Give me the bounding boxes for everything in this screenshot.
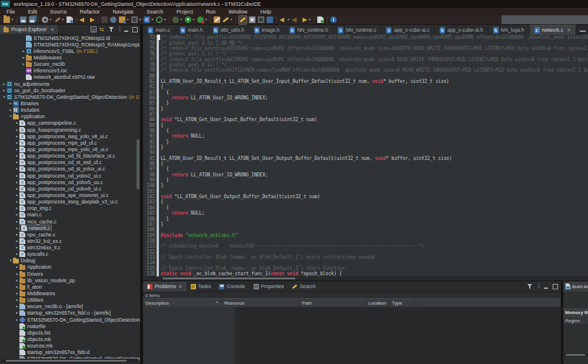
tree-item[interactable]: ▾Debug	[0, 258, 140, 264]
build-all-button[interactable]	[41, 16, 52, 24]
tree-item[interactable]: ▸mcu_cache.c	[0, 218, 140, 225]
editor-horizontal-scrollbar[interactable]	[143, 276, 588, 280]
editor-tab-NN_runtime.c[interactable]: cNN_runtime.c	[333, 25, 381, 35]
tree-item[interactable]: STM32N657X0HXQ_ROMxspi3_RAMxspi1xspi2.ld	[0, 41, 140, 48]
menu-item-run[interactable]: Run	[200, 9, 222, 15]
tree-item[interactable]: ▸os_guri_do_bootloader	[0, 87, 140, 93]
tree-expand-arrow-icon[interactable]: ▸	[15, 134, 19, 139]
profile-button[interactable]	[197, 16, 208, 24]
perspective-bar[interactable]	[501, 15, 588, 24]
tree-item[interactable]: ▸lib_vision_models_pp	[0, 277, 140, 283]
menu-item-source[interactable]: Source	[44, 9, 74, 15]
explorer-vertical-scrollbar[interactable]	[137, 139, 139, 189]
tab-console[interactable]: Console	[215, 282, 249, 292]
tree-expand-arrow-icon[interactable]: ▸	[15, 226, 19, 231]
editor-tab-network.c[interactable]: cnetwork.c✕	[530, 25, 576, 35]
tab-build-analyzer[interactable]: Build An	[563, 282, 588, 292]
tree-item[interactable]: ▸Utilities	[0, 297, 140, 303]
dropdown-caret-icon[interactable]	[230, 19, 232, 21]
tree-item[interactable]: ▸Application	[0, 264, 140, 271]
tree-item[interactable]: ▸app_postprocess_mpe_pd_uf.c	[0, 139, 140, 146]
scrollbar-thumb[interactable]	[566, 354, 585, 356]
dropdown-caret-icon[interactable]	[127, 19, 129, 21]
tree-item[interactable]: ▸startup_stm32n657xx_fsbl.o - [arm/le]	[0, 310, 140, 316]
tree-item[interactable]: ▸app_postprocess_od_st_ssd_uf.c	[0, 159, 140, 166]
tree-expand-arrow-icon[interactable]: ▸	[21, 62, 26, 66]
menu-item-search[interactable]: Search	[140, 9, 170, 15]
tree-item[interactable]: ▸app_postprocess_iseg_yolo_v8_ui.c	[0, 133, 140, 139]
tree-item[interactable]: ▸Drivers	[0, 271, 140, 277]
view-menu-icon[interactable]: ⋮	[117, 26, 121, 32]
tree-item[interactable]: startup_stm32n657xx_fsbl.d	[0, 349, 140, 356]
menu-item-navigate[interactable]: Navigate	[107, 9, 141, 15]
tree-expand-arrow-icon[interactable]: ▸	[15, 173, 19, 178]
tree-item[interactable]: ▸app_postprocess_spe_movenet_ui.c	[0, 192, 140, 198]
save-all-button[interactable]	[28, 16, 36, 24]
dropdown-caret-icon[interactable]	[205, 19, 207, 21]
build-project-button[interactable]	[54, 16, 65, 24]
tree-item[interactable]: ▸stm32_lcd_ex.c	[0, 238, 140, 244]
forward-button[interactable]	[300, 16, 311, 24]
tree-item[interactable]: ▸main.c	[0, 212, 140, 218]
tree-item[interactable]: ▸network.c	[0, 225, 140, 231]
open-resource-button[interactable]	[213, 16, 221, 24]
tree-expand-arrow-icon[interactable]: ▸	[8, 108, 13, 112]
tree-item[interactable]: inferencev3.ioc	[0, 68, 140, 74]
menu-item-edit[interactable]: Edit	[22, 9, 44, 15]
minimize-icon[interactable]	[580, 26, 586, 32]
dropdown-caret-icon[interactable]	[308, 19, 311, 21]
close-icon[interactable]: ✕	[50, 27, 54, 32]
mark-occurrences-button[interactable]	[238, 15, 247, 25]
save-button[interactable]	[19, 16, 27, 24]
tree-item[interactable]: objects.list	[0, 329, 140, 336]
tree-item[interactable]: ▸secure_nsclib.o - [arm/le]	[0, 303, 140, 310]
generate-code-button[interactable]	[66, 16, 74, 24]
tree-item[interactable]: ▸STM32N6570-DK_GettingStarted_ObjectDete…	[0, 316, 140, 323]
tree-expand-arrow-icon[interactable]: ▸	[15, 291, 19, 296]
tree-expand-arrow-icon[interactable]: ▸	[15, 193, 19, 198]
new-c-project-button[interactable]	[118, 16, 129, 24]
editor-tab-main.h[interactable]: hmain.h	[175, 25, 208, 35]
new-wizard-button[interactable]	[3, 16, 14, 24]
tree-expand-arrow-icon[interactable]: ▸	[15, 147, 19, 152]
menu-item-project[interactable]: Project	[170, 9, 200, 15]
maximize-icon[interactable]	[132, 27, 138, 32]
tree-item[interactable]: ▸no_adjustments	[0, 81, 140, 87]
close-icon[interactable]: ✕	[178, 284, 182, 289]
tree-item[interactable]: STM32N657X0HXQ_ROMxspi2.ld	[0, 35, 140, 41]
tree-expand-arrow-icon[interactable]: ▸	[15, 121, 19, 125]
tree-item[interactable]: ▸Secure_nsclib	[0, 61, 140, 68]
tree-expand-arrow-icon[interactable]: ▸	[15, 153, 19, 158]
build-config-button[interactable]	[143, 16, 154, 24]
menu-item-help[interactable]: Help	[254, 9, 278, 15]
undo-button[interactable]	[79, 16, 87, 24]
tree-item[interactable]: ▸Includes	[0, 107, 140, 113]
dropdown-caret-icon[interactable]	[287, 19, 290, 21]
tree-expand-arrow-icon[interactable]: ▸	[15, 285, 19, 289]
tree-item[interactable]: ▸app_postprocess_od_yolov2_ui.c	[0, 172, 140, 179]
scrollbar-thumb[interactable]	[6, 360, 127, 362]
tree-item[interactable]: ▸ll_aton	[0, 283, 140, 290]
search-tool-button[interactable]	[222, 16, 233, 24]
column-header-path[interactable]: Path	[300, 299, 366, 307]
tree-item[interactable]: ▸app_postprocess_od_yolov5_uu.c	[0, 179, 140, 185]
tab-properties[interactable]: Properties	[250, 282, 288, 292]
tree-collapse-arrow-icon[interactable]: ▾	[8, 114, 13, 119]
editor-tab-main.c[interactable]: cmain.c	[143, 25, 175, 35]
info-button[interactable]	[330, 16, 337, 24]
tree-expand-arrow-icon[interactable]: ▸	[2, 82, 6, 86]
debug-attach-button[interactable]	[109, 16, 117, 24]
back-button[interactable]	[279, 16, 290, 24]
tree-expand-arrow-icon[interactable]: ▸	[15, 212, 19, 217]
tree-collapse-arrow-icon[interactable]: ▾	[2, 95, 6, 99]
last-edit-location-button[interactable]	[317, 16, 324, 24]
tab-project-explorer[interactable]: Project Explorer ✕	[0, 25, 58, 34]
tree-expand-arrow-icon[interactable]: ▸	[8, 101, 13, 106]
tree-expand-arrow-icon[interactable]: ▸	[15, 166, 19, 171]
tree-item[interactable]: ▾Application	[0, 113, 140, 120]
tree-expand-arrow-icon[interactable]: ▸	[15, 206, 19, 211]
filter-icon[interactable]	[527, 283, 533, 289]
tree-expand-arrow-icon[interactable]: ▸	[15, 310, 19, 315]
tree-item[interactable]: ▸crop_img.c	[0, 205, 140, 212]
tree-item[interactable]: ▸syscalls.c	[0, 251, 140, 258]
